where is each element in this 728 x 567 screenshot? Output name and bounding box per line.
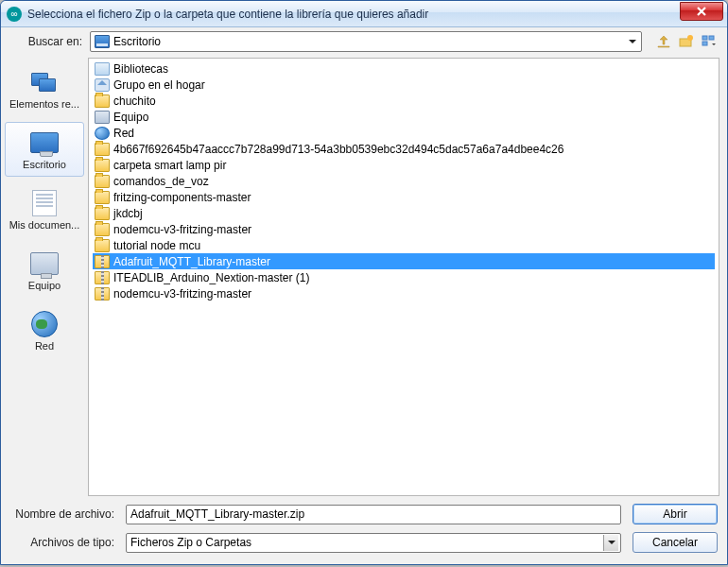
list-item[interactable]: Adafruit_MQTT_Library-master (93, 253, 715, 269)
up-one-level-icon[interactable] (655, 33, 672, 50)
list-item-label: fritzing-components-master (113, 191, 251, 204)
zip-icon (95, 287, 110, 301)
documents-icon (28, 189, 61, 217)
svg-rect-2 (702, 36, 707, 40)
lookin-value: Escritorio (113, 35, 626, 48)
places-item-recent[interactable]: Elementos re... (4, 61, 85, 116)
list-item-label: nodemcu-v3-fritzing-master (113, 287, 251, 301)
network-icon (95, 127, 110, 140)
list-item[interactable]: chuchito (93, 93, 715, 109)
places-item-docs[interactable]: Mis documen... (4, 182, 85, 237)
svg-rect-4 (709, 36, 714, 40)
file-list-pane[interactable]: BibliotecasGrupo en el hogarchuchitoEqui… (88, 58, 719, 496)
folder-icon (95, 191, 110, 204)
folder-icon (95, 207, 110, 220)
list-item-label: Grupo en el hogar (113, 78, 205, 92)
places-item-label: Equipo (28, 280, 61, 291)
svg-rect-3 (702, 42, 707, 45)
places-item-label: Mis documen... (9, 219, 80, 231)
list-item-label: Adafruit_MQTT_Library-master (113, 255, 270, 268)
list-item[interactable]: Red (93, 125, 715, 141)
list-item-label: nodemcu-v3-fritzing-master (113, 223, 251, 236)
list-item[interactable]: nodemcu-v3-fritzing-master (93, 221, 715, 237)
list-item-label: 4b667f692645b47aaccc7b728a99d713-54a3bb0… (113, 143, 563, 156)
arduino-icon (7, 7, 22, 22)
toolbar-icons (655, 33, 718, 50)
list-item-label: Red (113, 127, 134, 140)
lookin-toolbar: Buscar en: Escritorio (1, 27, 727, 56)
list-item-label: tutorial node mcu (113, 239, 200, 252)
list-item[interactable]: ITEADLIB_Arduino_Nextion-master (1) (93, 269, 715, 285)
list-item[interactable]: jkdcbj (93, 205, 715, 221)
list-item[interactable]: Equipo (93, 109, 715, 125)
folder-icon (95, 94, 110, 108)
places-item-label: Elementos re... (9, 98, 79, 110)
libraries-icon (95, 62, 110, 76)
desktop-icon (28, 129, 61, 157)
list-item-label: ITEADLIB_Arduino_Nextion-master (1) (113, 271, 309, 284)
folder-icon (95, 239, 110, 252)
list-item[interactable]: Grupo en el hogar (93, 77, 715, 93)
view-menu-icon[interactable] (701, 33, 718, 50)
list-item[interactable]: comandos_de_voz (93, 173, 715, 189)
folder-icon (95, 223, 110, 236)
titlebar: Selecciona el fichero Zip o la carpeta q… (1, 1, 727, 27)
lookin-combo[interactable]: Escritorio (90, 31, 642, 52)
places-item-label: Red (35, 340, 54, 352)
close-icon (696, 6, 707, 17)
dialog-body: Elementos re...EscritorioMis documen...E… (1, 56, 727, 498)
zip-icon (95, 255, 110, 268)
list-item[interactable]: carpeta smart lamp pir (93, 157, 715, 173)
file-list: BibliotecasGrupo en el hogarchuchitoEqui… (89, 59, 719, 303)
close-button[interactable] (680, 2, 723, 21)
list-item[interactable]: tutorial node mcu (93, 237, 715, 253)
desktop-icon (95, 35, 110, 48)
filetype-label: Archivos de tipo: (10, 536, 114, 549)
list-item[interactable]: fritzing-components-master (93, 189, 715, 205)
places-bar: Elementos re...EscritorioMis documen...E… (1, 56, 88, 498)
chevron-down-icon[interactable] (626, 33, 639, 50)
list-item-label: carpeta smart lamp pir (113, 159, 226, 172)
new-folder-icon[interactable] (678, 33, 695, 50)
folder-icon (95, 175, 110, 188)
zip-icon (95, 271, 110, 284)
file-open-dialog: Selecciona el fichero Zip o la carpeta q… (0, 0, 728, 565)
computer-icon (28, 249, 61, 278)
lookin-label: Buscar en: (10, 35, 90, 48)
list-item-label: Bibliotecas (113, 62, 168, 76)
network-icon (28, 310, 61, 338)
window-title: Selecciona el fichero Zip o la carpeta q… (27, 8, 680, 21)
filename-label: Nombre de archivo: (10, 507, 114, 521)
list-item-label: chuchito (113, 94, 156, 108)
list-item-label: Equipo (113, 111, 148, 124)
places-item-monitor[interactable]: Escritorio (5, 122, 84, 177)
folder-icon (95, 159, 110, 172)
bottom-panel: Nombre de archivo: Abrir Archivos de tip… (1, 498, 727, 564)
homegroup-icon (95, 78, 110, 92)
chevron-down-icon[interactable] (603, 535, 618, 551)
recent-icon (28, 68, 61, 96)
folder-icon (95, 143, 110, 156)
list-item-label: jkdcbj (113, 207, 143, 220)
computer-icon (95, 111, 110, 124)
list-item[interactable]: 4b667f692645b47aaccc7b728a99d713-54a3bb0… (93, 141, 715, 157)
list-item-label: comandos_de_voz (113, 175, 209, 188)
cancel-button[interactable]: Cancelar (633, 532, 718, 553)
places-item-pc[interactable]: Equipo (4, 243, 85, 298)
filetype-value: Ficheros Zip o Carpetas (130, 536, 603, 549)
filetype-combo[interactable]: Ficheros Zip o Carpetas (126, 533, 621, 553)
list-item[interactable]: nodemcu-v3-fritzing-master (93, 285, 715, 301)
open-button[interactable]: Abrir (633, 504, 718, 524)
places-item-globe[interactable]: Red (4, 303, 85, 358)
places-item-label: Escritorio (23, 159, 66, 170)
svg-point-1 (687, 35, 693, 41)
filename-input[interactable] (126, 505, 621, 524)
list-item[interactable]: Bibliotecas (93, 60, 715, 77)
